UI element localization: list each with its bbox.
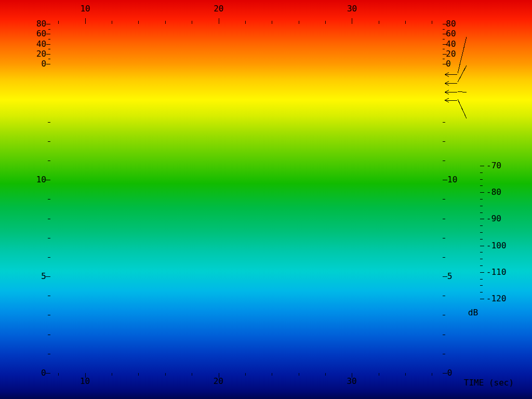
colorbar-tick-label: -70: [486, 161, 512, 170]
colorbar: [0, 0, 12, 134]
gain-tick-label-left: 20: [24, 49, 46, 59]
freq-tick-label-right: 5: [447, 272, 469, 281]
gain-tick-label-right: 60: [446, 29, 468, 38]
time-tick-label-bottom: 30: [341, 377, 362, 386]
freq-tick-label-left: 0: [24, 368, 46, 378]
time-axis-label: TIME (sec): [464, 378, 514, 388]
colorbar-tick-label: -100: [486, 241, 512, 250]
colorbar-tick-label: -110: [486, 268, 512, 277]
freq-tick-label-left: 10: [24, 175, 46, 184]
colorbar-unit-label: dB: [468, 308, 478, 317]
gain-tick-label-left: 60: [24, 29, 46, 38]
time-tick-label-bottom: 10: [75, 377, 96, 386]
gain-tick-label-left: 40: [24, 39, 46, 49]
gain-tick-label-right: 20: [446, 49, 468, 59]
gain-tick-label-right: 40: [446, 39, 468, 49]
freq-tick-label-right: 0: [447, 368, 469, 378]
gain-tick-label-left: 0: [24, 59, 46, 69]
time-tick-label-bottom: 20: [208, 377, 229, 386]
colorbar-tick-label: -120: [486, 294, 512, 303]
time-tick-label-top: 30: [341, 4, 362, 14]
freq-tick-label-right: 10: [447, 175, 469, 184]
gain-tick-label-left: 80: [24, 19, 46, 29]
gain-tick-label-right: 80: [446, 19, 468, 29]
time-tick-label-top: 20: [208, 4, 229, 14]
gain-tick-label-right: 0: [446, 59, 468, 69]
wbd-spectrogram-display: Gain (dB) Frequency (kHz) START - 2000 3…: [0, 0, 532, 399]
freq-tick-label-left: 5: [24, 272, 46, 281]
time-tick-label-top: 10: [75, 4, 96, 14]
colorbar-tick-label: -90: [486, 214, 512, 223]
colorbar-tick-label: -80: [486, 188, 512, 197]
